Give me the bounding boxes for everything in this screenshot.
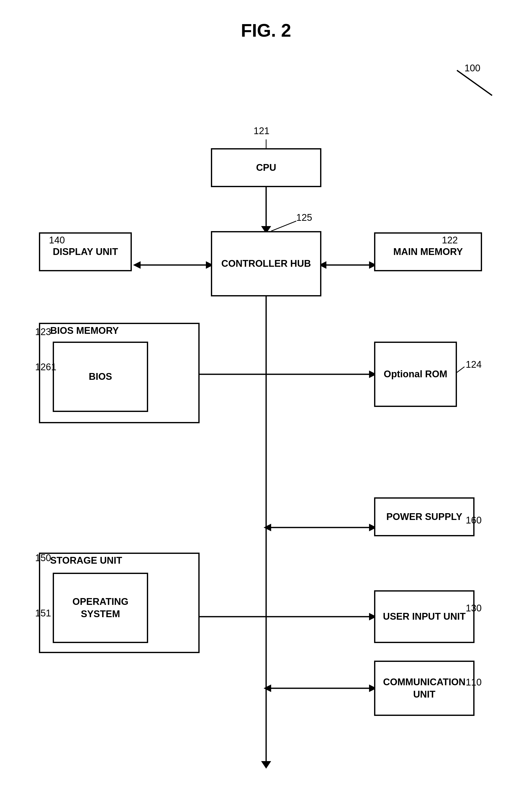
controller-hub-label: CONTROLLER HUB bbox=[222, 257, 311, 270]
communication-unit-box: COMMUNICATION UNIT bbox=[374, 661, 475, 716]
operating-system-box: OPERATING SYSTEM bbox=[53, 573, 148, 643]
figure-title: FIG. 2 bbox=[241, 20, 291, 41]
display-unit-label: DISPLAY UNIT bbox=[53, 246, 118, 258]
diagram-container: FIG. 2 bbox=[0, 0, 532, 792]
power-supply-box: POWER SUPPLY bbox=[374, 497, 475, 536]
ref-122: 122 bbox=[442, 235, 458, 246]
svg-marker-24 bbox=[264, 684, 271, 692]
ref-100: 100 bbox=[464, 63, 480, 74]
ref-1261: 1261 bbox=[35, 362, 56, 372]
power-supply-label: POWER SUPPLY bbox=[386, 511, 462, 523]
bios-memory-label: BIOS MEMORY bbox=[50, 325, 119, 336]
svg-marker-17 bbox=[264, 524, 271, 531]
main-memory-label: MAIN MEMORY bbox=[393, 246, 463, 258]
ref-140: 140 bbox=[49, 235, 65, 246]
ref-150: 150 bbox=[35, 553, 51, 564]
communication-unit-label: COMMUNICATION UNIT bbox=[375, 676, 473, 701]
storage-unit-label: STORAGE UNIT bbox=[50, 555, 122, 566]
user-input-unit-box: USER INPUT UNIT bbox=[374, 590, 475, 643]
controller-hub-box: CONTROLLER HUB bbox=[211, 231, 321, 296]
svg-line-26 bbox=[271, 221, 296, 231]
ref-130: 130 bbox=[466, 603, 481, 614]
operating-system-label: OPERATING SYSTEM bbox=[54, 595, 147, 621]
main-memory-box: MAIN MEMORY bbox=[374, 232, 482, 271]
ref-110: 110 bbox=[466, 677, 481, 688]
optional-rom-box: Optional ROM bbox=[374, 342, 457, 407]
svg-line-0 bbox=[457, 70, 492, 95]
user-input-unit-label: USER INPUT UNIT bbox=[383, 610, 466, 623]
svg-marker-10 bbox=[261, 761, 271, 769]
bios-label: BIOS bbox=[89, 370, 112, 383]
svg-marker-4 bbox=[133, 261, 140, 269]
ref-123: 123 bbox=[35, 327, 51, 337]
ref-160: 160 bbox=[466, 515, 481, 526]
ref-125: 125 bbox=[296, 212, 312, 223]
bios-box: BIOS bbox=[53, 342, 148, 412]
ref-121: 121 bbox=[253, 126, 269, 136]
ref-124: 124 bbox=[466, 359, 481, 370]
cpu-box: CPU bbox=[211, 148, 321, 187]
optional-rom-label: Optional ROM bbox=[384, 368, 447, 380]
ref-151: 151 bbox=[35, 608, 51, 619]
cpu-label: CPU bbox=[256, 162, 276, 174]
